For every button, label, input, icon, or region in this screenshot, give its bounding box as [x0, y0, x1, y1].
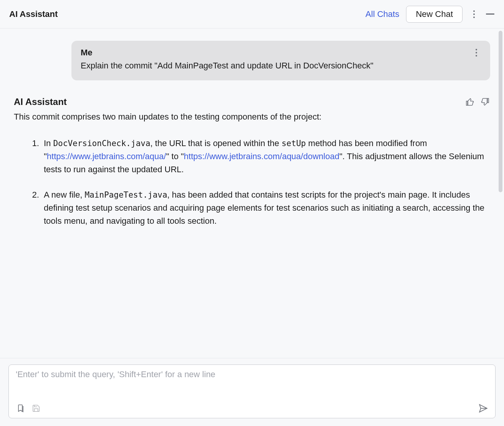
rating-actions	[465, 97, 490, 107]
thumbs-up-button[interactable]	[465, 97, 475, 107]
code-span: setUp	[282, 139, 306, 148]
more-options-button[interactable]	[469, 10, 479, 19]
assistant-message-header: AI Assistant	[14, 97, 490, 107]
chat-body: Me Explain the commit "Add MainPageTest …	[0, 28, 504, 364]
send-button[interactable]	[478, 403, 488, 413]
user-message: Me Explain the commit "Add MainPageTest …	[71, 41, 490, 80]
text-span: A new file,	[44, 190, 85, 200]
input-divider	[0, 358, 504, 358]
send-icon	[478, 403, 488, 413]
all-chats-link[interactable]: All Chats	[365, 9, 399, 19]
minimize-button[interactable]	[486, 10, 495, 19]
list-item: In DocVersionCheck.java, the URL that is…	[41, 137, 490, 176]
text-span: " to "	[166, 151, 184, 161]
more-vertical-icon	[473, 10, 475, 18]
thumbs-up-icon	[465, 97, 474, 106]
save-icon	[32, 404, 40, 413]
user-message-header: Me	[81, 48, 481, 58]
header-actions: All Chats New Chat	[365, 6, 495, 23]
input-toolbar	[16, 403, 488, 413]
thumbs-down-button[interactable]	[480, 97, 490, 107]
bookmark-button[interactable]	[16, 403, 26, 413]
header: AI Assistant All Chats New Chat	[0, 0, 504, 28]
minimize-icon	[486, 13, 494, 15]
assistant-sender-label: AI Assistant	[14, 97, 67, 107]
scrollbar[interactable]	[499, 31, 502, 192]
thumbs-down-icon	[481, 97, 490, 106]
new-chat-button[interactable]: New Chat	[406, 6, 463, 23]
panel-title: AI Assistant	[9, 9, 365, 19]
url-link[interactable]: https://www.jetbrains.com/aqua/download	[184, 151, 340, 161]
input-area	[8, 364, 496, 418]
user-message-text: Explain the commit "Add MainPageTest and…	[81, 60, 481, 72]
text-span: In	[44, 138, 53, 148]
save-button[interactable]	[31, 403, 41, 413]
bookmark-icon	[16, 404, 25, 413]
user-sender-label: Me	[81, 48, 93, 58]
list-item: A new file, MainPageTest.java, has been …	[41, 188, 490, 228]
assistant-list: In DocVersionCheck.java, the URL that is…	[14, 137, 490, 228]
chat-input[interactable]	[16, 369, 488, 403]
more-vertical-icon	[476, 49, 477, 57]
url-link[interactable]: https://www.jetbrains.com/aqua/	[47, 151, 166, 161]
assistant-intro-text: This commit comprises two main updates t…	[14, 110, 490, 123]
code-span: DocVersionCheck.java	[53, 139, 150, 148]
user-message-more-button[interactable]	[472, 48, 481, 57]
assistant-message: AI Assistant This commit comprises two m…	[14, 97, 490, 228]
code-span: MainPageTest.java	[85, 190, 167, 200]
text-span: , the URL that is opened within the	[150, 138, 282, 148]
